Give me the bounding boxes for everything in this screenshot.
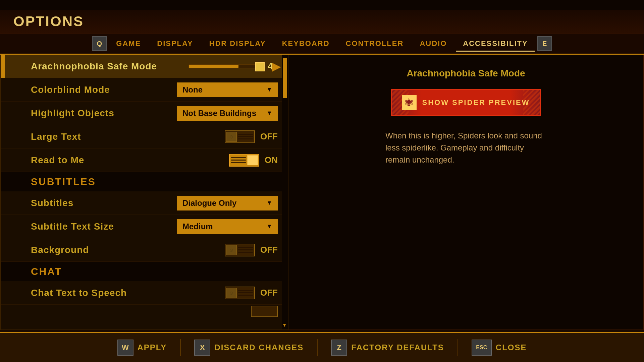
dropdown-subtitles[interactable]: Dialogue Only ▼ — [177, 196, 278, 210]
setting-label-read-to-me: Read to Me — [31, 155, 229, 166]
info-panel: Arachnophobia Safe Mode 🕷 SHOW SPIDER PR… — [288, 55, 644, 330]
factory-defaults-button[interactable]: Z FACTORY DEFAULTS — [331, 340, 444, 356]
toggle-line-3 — [238, 138, 253, 139]
close-button[interactable]: Esc CLOSE — [472, 340, 527, 356]
toggle-knob-background: ⊙ — [226, 245, 237, 255]
toggle-chat-tts-container[interactable]: ⊙ OFF — [225, 287, 278, 299]
toggle-large-text[interactable]: ⊙ — [225, 130, 255, 143]
spider-icon: 🕷 — [402, 95, 417, 110]
setting-label-arachnophobia: Arachnophobia Safe Mode — [31, 61, 189, 72]
apply-key: W — [117, 340, 133, 356]
toggle-line-on-3 — [231, 162, 246, 163]
tab-accessibility[interactable]: ACCESSIBILITY — [456, 37, 534, 52]
toggle-large-text-container[interactable]: ⊙ OFF — [225, 130, 278, 143]
dropdown-value-subtitles: Dialogue Only — [182, 198, 236, 208]
close-label: CLOSE — [496, 343, 527, 352]
nav-left-icon[interactable]: Q — [92, 36, 107, 51]
toggle-read-to-me[interactable] — [229, 154, 259, 167]
separator-3 — [458, 339, 458, 356]
scroll-thumb[interactable] — [283, 58, 287, 98]
toggle-line-chat-3 — [238, 295, 253, 296]
setting-background[interactable]: Background ⊙ OFF — [1, 238, 288, 262]
tab-game[interactable]: GAME — [109, 37, 148, 51]
setting-label-background: Background — [31, 245, 225, 255]
setting-arachnophobia[interactable]: Arachnophobia Safe Mode 4 ▶ — [1, 55, 288, 78]
slider-fill — [189, 65, 238, 68]
setting-read-to-me[interactable]: Read to Me ON — [1, 148, 288, 172]
section-chat-label: CHAT — [31, 266, 62, 277]
main-content: Arachnophobia Safe Mode 4 ▶ Colorblind M… — [0, 55, 644, 330]
scrollbar[interactable]: ▲ ▼ — [282, 55, 288, 329]
chevron-down-icon: ▼ — [266, 86, 272, 93]
nav-right-icon[interactable]: E — [537, 36, 552, 51]
close-key: Esc — [472, 340, 492, 356]
toggle-line-1 — [238, 134, 253, 135]
toggle-knob-chat-tts: ⊙ — [226, 288, 237, 298]
toggle-line-on-1 — [231, 157, 246, 158]
setting-large-text[interactable]: Large Text ⊙ OFF — [1, 125, 288, 148]
discard-label: DISCARD CHANGES — [214, 343, 304, 352]
dropdown-value-highlight: Not Base Buildings — [182, 109, 256, 118]
toggle-line-on-2 — [231, 160, 246, 161]
setting-chat-tts[interactable]: Chat Text to Speech ⊙ OFF — [1, 281, 288, 305]
tab-display[interactable]: DISPLAY — [150, 37, 200, 51]
toggle-knob-read-to-me — [247, 155, 258, 165]
dropdown-highlight[interactable]: Not Base Buildings ▼ — [177, 106, 278, 121]
toggle-state-large-text: OFF — [260, 131, 278, 142]
tab-controller[interactable]: CONTROLLER — [339, 37, 411, 51]
show-spider-preview-button[interactable]: 🕷 SHOW SPIDER PREVIEW — [391, 89, 541, 116]
setting-subtitle-text-size[interactable]: Subtitle Text Size Medium ▼ — [1, 215, 288, 238]
dropdown-subtitle-size[interactable]: Medium ▼ — [177, 219, 278, 234]
toggle-partial — [251, 306, 278, 317]
toggle-state-read-to-me: ON — [265, 155, 278, 165]
toggle-lines-on — [231, 157, 246, 163]
scroll-down-arrow[interactable]: ▼ — [282, 322, 287, 328]
section-subtitles: SUBTITLES — [1, 172, 288, 191]
section-chat: CHAT — [1, 262, 288, 281]
row-indicator — [1, 55, 5, 78]
setting-label-chat-tts: Chat Text to Speech — [31, 288, 225, 298]
toggle-line-bg-3 — [238, 252, 253, 253]
toggle-read-to-me-container[interactable]: ON — [229, 154, 278, 167]
toggle-line-chat-1 — [238, 290, 253, 291]
setting-subtitles[interactable]: Subtitles Dialogue Only ▼ — [1, 191, 288, 215]
info-panel-description: When this is higher, Spiders look and so… — [385, 130, 546, 166]
discard-button[interactable]: X DISCARD CHANGES — [194, 340, 304, 356]
toggle-line-bg-1 — [238, 247, 253, 248]
factory-key: Z — [331, 340, 347, 356]
settings-panel: Arachnophobia Safe Mode 4 ▶ Colorblind M… — [0, 55, 288, 330]
setting-label-subtitle-text-size: Subtitle Text Size — [31, 221, 177, 232]
apply-button[interactable]: W APPLY — [117, 340, 167, 356]
toggle-knob-large-text: ⊙ — [226, 132, 237, 142]
slider-thumb[interactable] — [255, 62, 265, 71]
separator-1 — [180, 339, 181, 356]
cursor-arrow: ▶ — [272, 59, 281, 73]
toggle-lines-bg — [238, 247, 253, 253]
toggle-line-2 — [238, 136, 253, 137]
setting-colorblind[interactable]: Colorblind Mode None ▼ — [1, 78, 288, 102]
factory-label: FACTORY DEFAULTS — [351, 343, 444, 352]
dropdown-colorblind[interactable]: None ▼ — [177, 82, 278, 97]
tab-keyboard[interactable]: KEYBOARD — [275, 37, 336, 51]
toggle-background-container[interactable]: ⊙ OFF — [225, 244, 278, 256]
setting-highlight[interactable]: Highlight Objects Not Base Buildings ▼ — [1, 102, 288, 125]
slider-arachnophobia[interactable]: 4 — [189, 61, 278, 72]
top-bar — [0, 0, 644, 10]
header: OPTIONS — [0, 10, 644, 34]
toggle-circle-icon-chat: ⊙ — [229, 290, 233, 296]
tab-hdr-display[interactable]: HDR DISPLAY — [203, 37, 273, 51]
toggle-line-chat-2 — [238, 292, 253, 293]
toggle-state-chat-tts: OFF — [260, 288, 278, 298]
discard-key: X — [194, 340, 210, 356]
toggle-line-bg-2 — [238, 249, 253, 250]
setting-label-large-text: Large Text — [31, 131, 225, 142]
slider-track[interactable] — [189, 64, 262, 68]
chevron-down-icon-3: ▼ — [266, 199, 272, 206]
chevron-down-icon-4: ▼ — [266, 223, 272, 230]
info-panel-title: Arachnophobia Safe Mode — [407, 68, 525, 79]
tab-audio[interactable]: AUDIO — [413, 37, 453, 51]
toggle-chat-tts[interactable]: ⊙ — [225, 287, 255, 299]
toggle-background[interactable]: ⊙ — [225, 244, 255, 256]
setting-partial — [1, 305, 288, 318]
setting-label-highlight: Highlight Objects — [31, 108, 177, 119]
